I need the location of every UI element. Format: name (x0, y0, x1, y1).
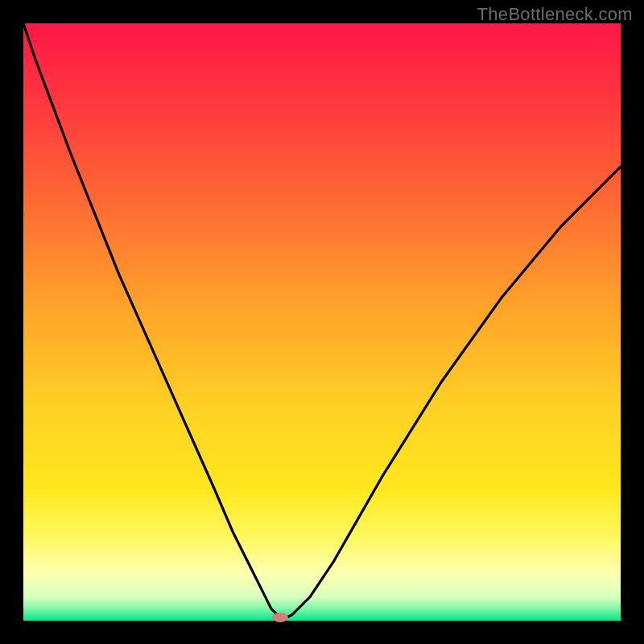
bottleneck-curve (23, 23, 621, 621)
optimal-point-marker (272, 613, 288, 622)
plot-area (23, 23, 621, 621)
watermark-text: TheBottleneck.com (477, 4, 633, 25)
